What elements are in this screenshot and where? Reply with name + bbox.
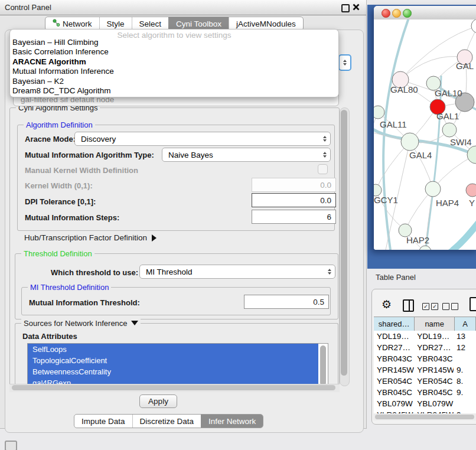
- algorithm-option[interactable]: Bayesian – Hill Climbing: [12, 38, 336, 47]
- tab-impute-data[interactable]: Impute Data: [74, 415, 132, 428]
- network-window-titlebar[interactable]: [374, 6, 476, 20]
- node-label: HAP2: [406, 235, 429, 245]
- table-cell: YPR145W: [374, 364, 414, 376]
- control-panel-window: Control Panel NetworkStyleSelectCyni Too…: [0, 0, 367, 429]
- table-cell: YPR145W: [414, 364, 454, 376]
- algorithm-option[interactable]: Dream8 DC_TDC Algorithm: [12, 86, 336, 96]
- node-label: GAL: [456, 61, 474, 71]
- network-view-window: GALGAL80GAL10GAL1GAL11SWI4GAL4GCY1HAP4YH…: [374, 6, 476, 250]
- tab-select[interactable]: Select: [132, 17, 169, 30]
- algorithm-combobox-stepper[interactable]: [338, 54, 351, 71]
- network-node-swi4[interactable]: [442, 123, 457, 137]
- kernel-width-field[interactable]: 0.0: [252, 178, 336, 192]
- close-icon[interactable]: [353, 4, 360, 11]
- manual-kernel-label: Manual Kernel Width Definition: [25, 166, 138, 175]
- table-row[interactable]: YDR27…YDR27…12: [374, 342, 476, 353]
- network-node[interactable]: [471, 19, 476, 33]
- column-header[interactable]: A: [455, 317, 476, 331]
- panel-title: Control Panel: [5, 3, 51, 12]
- table-horizontal-scrollbar-thumb[interactable]: [375, 415, 474, 419]
- sources-toggle[interactable]: Sources for Network Inference: [21, 319, 141, 328]
- tab-network[interactable]: Network: [45, 17, 99, 30]
- algorithm-option[interactable]: Bayesian – K2: [12, 77, 336, 86]
- attribute-list-item[interactable]: TopologicalCoefficient: [28, 355, 318, 366]
- apply-button[interactable]: Apply: [139, 394, 177, 408]
- column-header[interactable]: name: [415, 317, 455, 331]
- minimized-panel-grip[interactable]: [5, 441, 17, 450]
- network-node-hap4[interactable]: [425, 181, 441, 197]
- table-cell: YLR345W: [374, 409, 414, 413]
- table-cell: 9.: [454, 364, 476, 376]
- mi-steps-field[interactable]: 6: [252, 210, 336, 224]
- table-cell: YBL079W: [414, 398, 454, 409]
- table-row[interactable]: YBL079WYBL079W: [374, 398, 476, 409]
- hub-section-label: Hub/Transcription Factor Definition: [24, 233, 147, 242]
- minimize-window-icon[interactable]: [392, 9, 401, 18]
- algorithm-list: Bayesian – Hill ClimbingBasic Correlatio…: [12, 38, 336, 96]
- network-node-gcy1[interactable]: [374, 184, 382, 196]
- settings-vertical-scrollbar-thumb[interactable]: [341, 110, 347, 376]
- tab-label: Discretize Data: [140, 417, 194, 426]
- expanded-arrow-icon: [131, 321, 138, 325]
- aracne-mode-combobox[interactable]: Discovery: [74, 132, 331, 146]
- tab-label: Select: [139, 19, 162, 28]
- network-canvas[interactable]: GALGAL80GAL10GAL1GAL11SWI4GAL4GCY1HAP4YH…: [374, 19, 476, 250]
- network-node-gal4[interactable]: [401, 133, 419, 151]
- data-attributes-list: SelfLoopsTopologicalCoefficientBetweenne…: [27, 343, 328, 386]
- mi-type-combobox[interactable]: Naive Bayes: [162, 148, 331, 162]
- attribute-list-item[interactable]: BetweennessCentrality: [28, 366, 318, 377]
- threshold-title: Threshold Definition: [21, 249, 94, 258]
- table-row[interactable]: YDL19…YDL19…13: [374, 331, 476, 342]
- select-all-checkboxes-icon[interactable]: ✓✓: [422, 303, 438, 310]
- zoom-window-icon[interactable]: [403, 9, 412, 18]
- mi-threshold-field[interactable]: 0.5: [244, 295, 329, 309]
- hub-section-toggle[interactable]: Hub/Transcription Factor Definition: [24, 233, 157, 242]
- kernel-width-label: Kernel Width (0,1):: [25, 181, 93, 190]
- columns-icon[interactable]: [403, 299, 414, 312]
- table-row[interactable]: YER054CYER054C8.: [374, 376, 476, 387]
- gear-icon[interactable]: ⚙: [382, 299, 392, 310]
- sources-group: Sources for Network Inference Data Attri…: [15, 323, 338, 385]
- network-icon: [53, 19, 60, 28]
- attributes-scrollbar[interactable]: [320, 345, 326, 386]
- table-cell: YBL079W: [374, 398, 414, 409]
- network-node-y[interactable]: [466, 184, 476, 197]
- algorithm-option[interactable]: ARACNE Algorithm: [12, 57, 336, 67]
- network-node-gal11[interactable]: [374, 106, 384, 119]
- which-threshold-value: MI Threshold: [140, 268, 324, 276]
- float-panel-icon[interactable]: [341, 4, 350, 12]
- which-threshold-combobox[interactable]: MI Threshold: [139, 265, 335, 279]
- deselect-all-checkboxes-icon[interactable]: [442, 303, 458, 310]
- bottom-tab-bar: Impute DataDiscretize DataInfer Network: [74, 414, 263, 428]
- combo-arrows-icon: [324, 269, 335, 275]
- tab-style[interactable]: Style: [99, 17, 132, 30]
- new-document-icon[interactable]: [470, 297, 476, 311]
- tab-cyni-toolbox[interactable]: Cyni Toolbox: [168, 17, 229, 30]
- table-row[interactable]: YBR043CYBR043C: [374, 353, 476, 364]
- tab-label: Infer Network: [208, 417, 256, 426]
- tab-label: Impute Data: [81, 417, 125, 426]
- table-cell: YBR043C: [414, 353, 454, 364]
- dpi-tolerance-label: DPI Tolerance [0,1]:: [25, 197, 96, 206]
- attribute-list-item[interactable]: SelfLoops: [28, 344, 318, 355]
- network-node[interactable]: [419, 246, 431, 250]
- algorithm-option[interactable]: Basic Correlation Inference: [12, 47, 336, 57]
- table-row[interactable]: YBR045CYBR045C9.: [374, 387, 476, 398]
- tab-jactivemnodules[interactable]: jActiveMNodules: [229, 17, 303, 30]
- table-row[interactable]: YLR345WYLR345W9.: [374, 409, 476, 413]
- stepper-up-icon: [343, 60, 347, 62]
- aracne-mode-value: Discovery: [75, 135, 319, 144]
- dpi-tolerance-field[interactable]: 0.0: [252, 193, 336, 207]
- table-cell: YDL19…: [414, 331, 454, 342]
- column-header[interactable]: shared…: [374, 317, 415, 331]
- node-label: GAL10: [435, 88, 462, 98]
- table-cell: YLR345W: [414, 409, 454, 413]
- settings-horizontal-scrollbar-thumb[interactable]: [12, 385, 335, 390]
- tab-infer-network[interactable]: Infer Network: [201, 415, 263, 428]
- tab-discretize-data[interactable]: Discretize Data: [132, 415, 201, 428]
- close-window-icon[interactable]: [382, 9, 390, 18]
- algorithm-option[interactable]: Mutual Information Inference: [12, 67, 336, 76]
- control-panel-titlebar[interactable]: Control Panel: [0, 0, 366, 15]
- table-row[interactable]: YPR145WYPR145W9.: [374, 364, 476, 376]
- manual-kernel-checkbox[interactable]: [318, 164, 328, 174]
